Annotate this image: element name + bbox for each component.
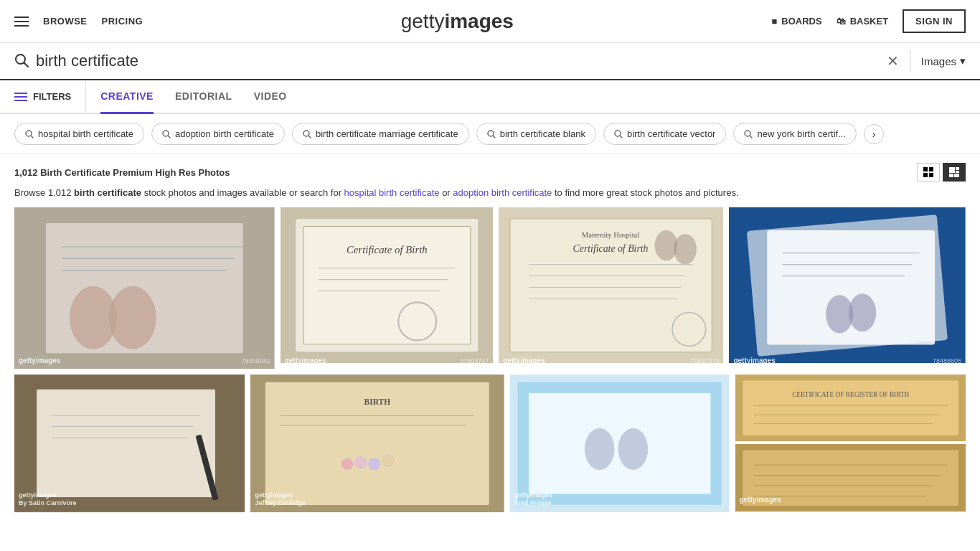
image-placeholder-1 [14, 207, 275, 369]
filters-button[interactable]: FILTERS [14, 81, 86, 112]
image-item-8[interactable]: CERTIFICATE OF REGISTER OF BIRTH gettyim… [735, 375, 966, 512]
svg-line-12 [493, 136, 495, 138]
suggestion-label-6: new york birth certif... [757, 128, 846, 139]
boards-icon: ■ [771, 16, 777, 27]
svg-line-1 [24, 62, 29, 67]
header-left: BROWSE PRICING [14, 16, 143, 27]
svg-point-82 [618, 428, 649, 470]
suggestions-bar: hospital birth certificate adoption birt… [0, 114, 980, 154]
svg-text:Certificate of Birth: Certificate of Birth [346, 243, 427, 255]
basket-icon: 🛍 [837, 16, 846, 27]
svg-point-9 [303, 131, 309, 136]
image-item-7[interactable]: gettyimagesFred Froese [510, 375, 729, 512]
svg-rect-54 [768, 230, 936, 344]
search-input[interactable] [36, 52, 887, 70]
tab-editorial[interactable]: EDITORIAL [175, 80, 232, 114]
boards-label: BOARDS [781, 16, 821, 27]
basket-button[interactable]: 🛍 BASKET [837, 16, 888, 27]
image-item-4[interactable]: gettyimages 78488605 [729, 207, 966, 369]
svg-rect-61 [37, 389, 215, 496]
svg-line-14 [620, 136, 622, 138]
image-watermark-5: gettyimagesBy Satin Carnivore [19, 491, 77, 508]
image-item-5[interactable]: gettyimagesBy Satin Carnivore [14, 375, 245, 512]
svg-rect-79 [518, 382, 529, 504]
logo-center: gettyimages [143, 10, 771, 33]
results-header: 1,012 Birth Certificate Premium High Res… [0, 154, 980, 186]
hamburger-menu-icon[interactable] [14, 17, 29, 27]
svg-point-73 [369, 458, 381, 470]
image-item-1[interactable]: gettyimages 78459932 [14, 207, 275, 369]
image-item-2[interactable]: Certificate of Birth gettyimages 3780374… [281, 207, 494, 369]
view-toggles [917, 163, 966, 182]
results-desc-middle: stock photos and images available or sea… [141, 187, 344, 198]
suggestion-birth-cert-blank[interactable]: birth certificate blank [476, 123, 596, 145]
image-watermark-6: gettyimagesJeffrey Coolidge [255, 491, 306, 508]
header: BROWSE PRICING gettyimages ■ BOARDS 🛍 BA… [0, 0, 980, 43]
suggestion-hospital-birth-certificate[interactable]: hospital birth certificate [14, 123, 144, 145]
suggestion-label-1: hospital birth certificate [38, 128, 133, 139]
image-type-selector[interactable]: Images ▾ [921, 55, 966, 67]
suggestion-birth-cert-vector[interactable]: birth certificate vector [603, 123, 727, 145]
svg-point-74 [382, 454, 395, 466]
image-watermark-3: gettyimages [503, 357, 545, 364]
image-watermark-1: gettyimages [19, 357, 60, 364]
svg-point-71 [341, 458, 354, 470]
svg-point-59 [849, 293, 876, 331]
tab-video[interactable]: VIDEO [254, 80, 287, 114]
svg-line-10 [308, 136, 311, 138]
results-count-text: 1,012 Birth Certificate Premium High Res… [14, 167, 230, 178]
svg-point-72 [355, 456, 367, 468]
svg-point-5 [26, 131, 32, 136]
suggestions-next-arrow[interactable]: › [864, 124, 884, 144]
image-item-3[interactable]: Maternity Hospital Certificate of Birth … [499, 207, 723, 369]
suggestion-label-3: birth certificate marriage certificate [316, 128, 458, 139]
browse-link[interactable]: BROWSE [43, 16, 88, 27]
results-description: Browse 1,012 birth certificate stock pho… [0, 186, 980, 207]
image-id-3: 71697379 [690, 357, 719, 364]
svg-point-11 [488, 131, 494, 136]
image-id-2: 37803747 [460, 357, 489, 364]
results-count: 1,012 Birth Certificate Premium High Res… [14, 167, 230, 178]
clear-search-icon[interactable]: ✕ [887, 52, 899, 70]
svg-line-6 [32, 136, 34, 138]
image-placeholder-3: Maternity Hospital Certificate of Birth [499, 207, 723, 364]
tab-creative[interactable]: CREATIVE [100, 80, 154, 114]
image-placeholder-2: Certificate of Birth [281, 207, 494, 363]
sign-in-button[interactable]: SIGN IN [903, 9, 966, 33]
suggestion-new-york[interactable]: new york birth certif... [733, 123, 857, 145]
svg-point-7 [163, 131, 169, 136]
chevron-down-icon: ▾ [960, 55, 966, 67]
mosaic-view-button[interactable] [943, 163, 966, 182]
filter-tabs: CREATIVE EDITORIAL VIDEO [100, 80, 287, 113]
svg-rect-80 [711, 382, 722, 504]
suggestion-birth-cert-marriage-cert[interactable]: birth certificate marriage certificate [292, 123, 469, 145]
basket-label: BASKET [850, 16, 888, 27]
search-icon [14, 53, 29, 70]
results-link-hospital[interactable]: hospital birth certificate [344, 187, 440, 198]
suggestion-label-2: adoption birth certificate [175, 128, 274, 139]
grid-view-button[interactable] [917, 163, 940, 182]
svg-text:CERTIFICATE OF REGISTER OF BIR: CERTIFICATE OF REGISTER OF BIRTH [792, 391, 909, 398]
search-bar: ✕ Images ▾ [0, 43, 980, 80]
logo[interactable]: gettyimages [401, 10, 514, 32]
image-watermark-4: gettyimages [733, 357, 775, 364]
suggestion-label-5: birth certificate vector [627, 128, 716, 139]
svg-rect-21 [949, 167, 955, 173]
image-placeholder-8a: CERTIFICATE OF REGISTER OF BIRTH [735, 375, 966, 441]
svg-point-50 [674, 234, 697, 264]
image-watermark-2: gettyimages [285, 357, 326, 364]
svg-rect-20 [929, 173, 933, 177]
image-type-label: Images [921, 55, 956, 67]
logo-images: images [444, 10, 514, 32]
image-item-6[interactable]: BIRTH gettyimagesJeffrey Coolidge [250, 375, 504, 512]
results-desc-term: birth certificate [74, 187, 141, 198]
boards-button[interactable]: ■ BOARDS [771, 16, 821, 27]
svg-line-16 [750, 136, 753, 138]
filter-bar: FILTERS CREATIVE EDITORIAL VIDEO [0, 80, 980, 114]
image-row-2: gettyimagesBy Satin Carnivore BIRTH gett… [0, 375, 980, 512]
results-link-adoption[interactable]: adoption birth certificate [453, 187, 552, 198]
suggestion-adoption-birth-certificate[interactable]: adoption birth certificate [151, 123, 285, 145]
header-right: ■ BOARDS 🛍 BASKET SIGN IN [771, 9, 966, 33]
pricing-link[interactable]: PRICING [102, 16, 143, 27]
logo-getty: getty [401, 10, 445, 32]
